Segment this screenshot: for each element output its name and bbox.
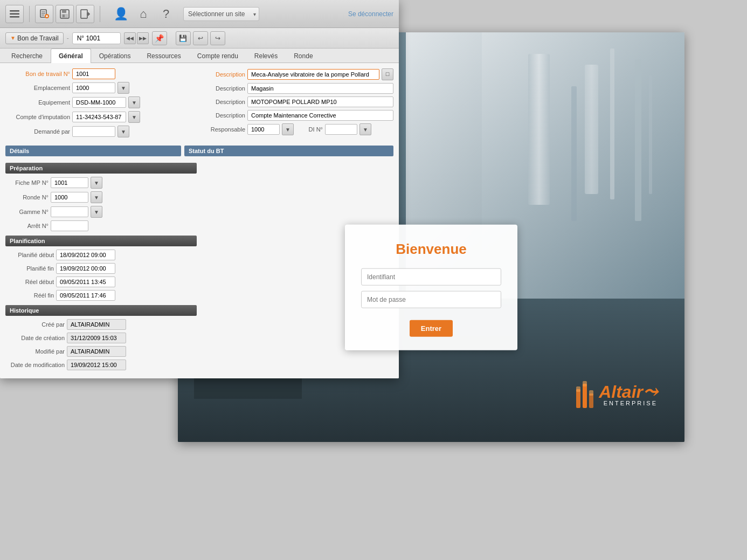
help-nav-icon[interactable]: ? <box>156 4 176 24</box>
tab-ronde[interactable]: Ronde <box>286 49 321 63</box>
bon-travail-input[interactable] <box>72 68 115 79</box>
tab-ressources[interactable]: Ressources <box>139 49 189 63</box>
tab-releves[interactable]: Relevés <box>246 49 286 63</box>
pipe2 <box>610 49 614 199</box>
desc4-input[interactable] <box>247 110 393 121</box>
doc-type-button[interactable]: ▼ Bon de Travail <box>5 32 64 44</box>
reel-debut-row: Réel début <box>5 276 197 287</box>
save-button[interactable] <box>56 5 74 23</box>
tab-general[interactable]: Général <box>51 49 91 63</box>
responsable-dropdown[interactable]: ▼ <box>282 123 294 135</box>
planif-debut-input[interactable] <box>56 250 115 260</box>
equipement-label: Equipement <box>5 99 70 106</box>
new-button[interactable] <box>35 5 53 23</box>
equipement-row: Equipement ▼ <box>5 96 197 108</box>
left-bottom-col: Préparation Fiche MP N° ▼ Ronde N° ▼ Gam… <box>5 158 197 373</box>
emplacement-dropdown[interactable]: ▼ <box>117 82 129 94</box>
arret-input[interactable] <box>51 220 88 231</box>
work-order-panel: 👤 ⌂ ? Sélectionner un siteSite ASite B S… <box>0 0 399 378</box>
svg-rect-8 <box>10 16 19 18</box>
tab-recherche[interactable]: Recherche <box>3 49 51 63</box>
logout-link[interactable]: Se déconnecter <box>348 10 393 18</box>
emplacement-input[interactable] <box>72 82 115 93</box>
demande-dropdown[interactable]: ▼ <box>117 126 129 137</box>
modifie-par-row: Modifié par <box>5 346 197 357</box>
planif-debut-label: Planifié début <box>5 252 54 258</box>
attach-button[interactable]: 📌 <box>152 31 167 45</box>
planif-fin-input[interactable] <box>56 263 115 274</box>
demande-input[interactable] <box>72 126 115 137</box>
site-select[interactable]: Sélectionner un siteSite ASite B <box>183 7 259 21</box>
form-top-area: Bon de travail N° Emplacement ▼ Equipeme… <box>0 63 399 146</box>
svg-rect-17 <box>62 10 66 13</box>
exit-button[interactable] <box>76 5 94 23</box>
doc-toolbar: ▼ Bon de Travail - ◀◀ ▶▶ 📌 💾 ↩ ↪ <box>0 28 399 49</box>
svg-rect-2 <box>589 393 593 408</box>
gamme-dropdown[interactable]: ▼ <box>91 206 102 218</box>
entrer-button[interactable]: Entrer <box>410 320 453 337</box>
compte-dropdown[interactable]: ▼ <box>128 111 140 123</box>
altair-logo: Altair⤳ ENTERPRISE <box>574 378 658 410</box>
desc2-label: Description <box>202 85 245 92</box>
demande-row: Demandé par ▼ <box>5 126 197 137</box>
svg-rect-7 <box>10 13 19 15</box>
altair-name: Altair⤳ <box>599 382 658 402</box>
altair-sub: ENTERPRISE <box>599 400 658 406</box>
di-dropdown[interactable]: ▼ <box>359 123 371 135</box>
next-last-button[interactable]: ▶▶ <box>137 32 149 44</box>
identifiant-input[interactable] <box>361 268 501 286</box>
responsable-input[interactable] <box>247 124 280 135</box>
equipement-dropdown[interactable]: ▼ <box>128 96 140 108</box>
home-nav-icon[interactable]: ⌂ <box>134 4 153 24</box>
statut-header: Statut du BT <box>184 146 393 156</box>
menu-button[interactable] <box>5 5 24 23</box>
date-creation-input <box>67 333 126 343</box>
action-btn3[interactable]: ↪ <box>210 31 225 45</box>
bon-travail-row: Bon de travail N° <box>5 68 197 79</box>
date-creation-row: Date de création <box>5 333 197 343</box>
password-input[interactable] <box>361 291 501 308</box>
tab-compte-rendu[interactable]: Compte rendu <box>189 49 246 63</box>
modifie-par-label: Modifié par <box>5 348 65 355</box>
doc-number-input[interactable] <box>72 32 121 44</box>
desc1-extra[interactable]: ☐ <box>382 68 393 80</box>
responsable-row: Responsable ▼ DI N° ▼ <box>202 123 393 135</box>
desc3-input[interactable] <box>247 96 393 107</box>
ronde-input[interactable] <box>51 192 88 203</box>
di-input[interactable] <box>325 124 357 135</box>
tower2-shape <box>585 65 598 194</box>
compte-input[interactable] <box>72 112 126 122</box>
person-nav-icon[interactable]: 👤 <box>111 4 130 24</box>
prev-first-button[interactable]: ◀◀ <box>124 32 136 44</box>
ronde-dropdown[interactable]: ▼ <box>91 191 102 203</box>
equipement-input[interactable] <box>72 97 126 108</box>
action-btn2[interactable]: ↩ <box>193 31 208 45</box>
di-label: DI N° <box>301 126 323 133</box>
doc-type-arrow-icon: ▼ <box>10 35 16 41</box>
description2-row: Description <box>202 83 393 94</box>
desc1-input[interactable] <box>247 69 379 80</box>
tab-operations[interactable]: Opérations <box>91 49 139 63</box>
ronde-label: Ronde N° <box>5 194 49 201</box>
toolbar-actions <box>35 5 94 23</box>
svg-rect-20 <box>81 10 87 18</box>
site-select-wrapper: Sélectionner un siteSite ASite B <box>179 7 259 21</box>
fiche-mp-input[interactable] <box>51 177 88 188</box>
form-left-col: Bon de travail N° Emplacement ▼ Equipeme… <box>5 68 197 140</box>
historique-header: Historique <box>5 305 197 316</box>
toolbar-sep1 <box>29 6 30 22</box>
reel-debut-input[interactable] <box>56 276 115 287</box>
description4-row: Description <box>202 110 393 121</box>
desc2-input[interactable] <box>247 83 393 94</box>
responsable-label: Responsable <box>202 126 245 133</box>
planif-debut-row: Planifié début <box>5 250 197 260</box>
reel-fin-row: Réél fin <box>5 290 197 301</box>
fiche-mp-dropdown[interactable]: ▼ <box>91 177 102 189</box>
arret-label: Arrêt N° <box>5 223 49 229</box>
reel-fin-input[interactable] <box>56 290 115 301</box>
tower-shape <box>528 54 550 205</box>
desc3-label: Description <box>202 99 245 105</box>
gamme-input[interactable] <box>51 206 88 217</box>
action-btn1[interactable]: 💾 <box>176 31 191 45</box>
menu-icon <box>10 10 19 18</box>
